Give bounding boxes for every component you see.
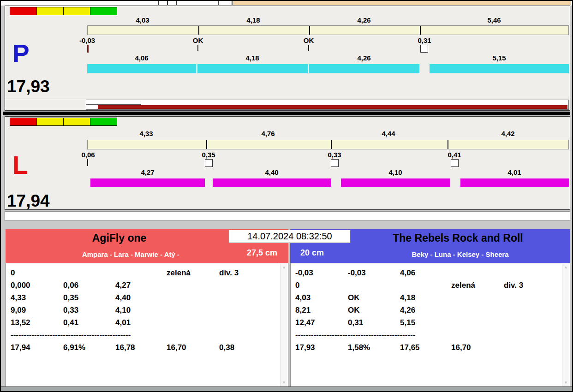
upper-split-value: 5,46 xyxy=(487,16,501,24)
summary-row: 17,94 6,91% 16,78 16,70 0,38 xyxy=(6,343,281,356)
judge-mark: -0,03 xyxy=(79,36,95,44)
upper-split-value: 4,44 xyxy=(382,130,395,137)
percentage: 6,91% xyxy=(63,343,85,352)
jump-height-label: 27,5 cm xyxy=(247,248,277,258)
segment-bar xyxy=(90,178,205,187)
team-panel-left: AgiFly one Ampara - Lara - Marwie - Atý … xyxy=(6,229,288,387)
cell: 0,41 xyxy=(63,318,78,327)
team-members: Ampara - Lara - Marwie - Atý - xyxy=(6,250,256,258)
scale-divider xyxy=(198,26,199,35)
split-checkbox[interactable] xyxy=(205,159,213,167)
lane-track-p: 4,03 4,18 4,26 5,46 -0,03 OK OK 0,31 xyxy=(87,6,569,110)
indicator-yellow-square xyxy=(63,118,90,126)
segment-bar xyxy=(309,64,419,73)
upper-split-value: 4,03 xyxy=(136,16,149,24)
divider-row: ----------------------------------------… xyxy=(6,331,281,343)
empty-field xyxy=(5,211,570,221)
upper-split-value: 4,33 xyxy=(139,130,153,137)
lane-total-time-p: 17,93 xyxy=(7,78,50,95)
upper-split-value: 4,76 xyxy=(261,130,275,137)
progress-fill xyxy=(98,105,567,109)
lane-letter-l: L xyxy=(12,153,28,178)
split-checkbox[interactable] xyxy=(420,45,428,53)
lane-panel-l: L 17,94 4,33 4,76 4,44 4,42 0,06 0,35 0,… xyxy=(5,116,570,210)
judge-mark: 0,33 xyxy=(328,151,341,159)
cell: 0,35 xyxy=(63,293,78,303)
scale-divider xyxy=(206,140,207,149)
judge-mark: 0,41 xyxy=(448,151,461,159)
divider-row: ----------------------------------------… xyxy=(291,331,562,343)
cell: 8,21 xyxy=(295,306,310,315)
scale-divider xyxy=(420,26,421,35)
indicator-yellow-square xyxy=(63,7,90,15)
judge-mark: OK xyxy=(193,36,203,44)
cell: 4,33 xyxy=(11,293,26,303)
team-name: AgiFly one xyxy=(6,232,233,244)
cell: 4,27 xyxy=(115,281,131,290)
upper-split-value: 4,18 xyxy=(246,16,260,24)
split-scale-bar xyxy=(87,140,569,149)
cell: 17,65 xyxy=(400,343,420,352)
section-divider xyxy=(3,112,570,115)
cell: zelená xyxy=(167,268,191,278)
result-rows: -0,03 -0,03 4,06 0 zelená div. 3 4,03 OK… xyxy=(291,268,562,356)
dashed-divider: ----------------------------------------… xyxy=(295,331,415,340)
indicator-red-square xyxy=(10,118,37,126)
lower-split-value: 4,10 xyxy=(388,168,402,176)
split-tick xyxy=(308,45,309,51)
cell: 0 xyxy=(295,281,299,290)
lane-track-l: 4,33 4,76 4,44 4,42 0,06 0,35 0,33 0,41 xyxy=(87,117,569,209)
cell: 4,40 xyxy=(115,293,131,303)
split-checkbox[interactable] xyxy=(331,159,339,167)
segment-bars xyxy=(87,64,569,73)
segment-bar xyxy=(430,64,569,73)
cell: 5,15 xyxy=(400,318,415,327)
progress-marker xyxy=(86,100,141,105)
cell: 0,31 xyxy=(348,318,363,327)
start-tick xyxy=(87,45,89,53)
segment-bar xyxy=(213,178,331,187)
cell: 13,52 xyxy=(11,318,30,327)
cell: zelená xyxy=(451,281,475,290)
cell: 16,78 xyxy=(115,343,135,352)
segment-bar xyxy=(87,64,196,73)
result-row: 0 zelená div. 3 xyxy=(291,281,562,293)
team-panel-right: The Rebels Rock and Roll Beky - Luna - K… xyxy=(290,229,570,387)
lower-split-value: 4,01 xyxy=(507,168,521,176)
scroll-down-icon[interactable]: ▼ xyxy=(562,379,569,386)
cell: 12,47 xyxy=(295,318,315,327)
cell: -0,03 xyxy=(295,268,313,278)
cell: 9,09 xyxy=(11,306,26,315)
scroll-down-icon[interactable]: ▼ xyxy=(281,379,287,386)
cell: div. 3 xyxy=(504,281,523,290)
team-members: Beky - Luna - Kelsey - Sheera xyxy=(350,250,570,258)
total-time: 17,94 xyxy=(11,343,30,352)
team-results-area: -0,03 -0,03 4,06 0 zelená div. 3 4,03 OK… xyxy=(290,263,570,387)
upper-split-value: 4,26 xyxy=(357,16,370,24)
lower-split-value: 4,06 xyxy=(135,54,148,62)
split-checkbox[interactable] xyxy=(451,159,459,167)
titlebar-strip xyxy=(1,1,572,6)
scrollbar[interactable]: ▲ ▼ xyxy=(280,264,287,386)
judge-mark: 0,06 xyxy=(81,151,95,159)
cell: 4,01 xyxy=(115,318,131,327)
segment-bars xyxy=(87,178,569,187)
progress-bar xyxy=(86,100,569,110)
upper-split-value: 4,42 xyxy=(501,130,514,137)
lane-letter-p: P xyxy=(12,41,30,66)
scroll-up-icon[interactable]: ▲ xyxy=(562,264,569,271)
cell: -0,03 xyxy=(348,268,366,278)
cell: 4,06 xyxy=(400,268,415,278)
dashed-divider: ----------------------------------------… xyxy=(11,331,131,340)
scale-divider xyxy=(331,140,332,149)
lane-total-time-l: 17,94 xyxy=(7,192,50,209)
result-rows: 0 zelená div. 3 0,000 0,06 4,27 4,33 0,3… xyxy=(6,268,281,356)
result-row: 13,52 0,41 4,01 xyxy=(6,318,281,331)
cell: 4,10 xyxy=(115,306,131,315)
cell: OK xyxy=(348,293,360,303)
cell: 16,70 xyxy=(167,343,186,352)
lower-split-value: 4,40 xyxy=(265,168,278,176)
scroll-up-icon[interactable]: ▲ xyxy=(281,264,287,271)
cell: 0 xyxy=(11,268,15,278)
scrollbar[interactable]: ▲ ▼ xyxy=(562,264,569,386)
